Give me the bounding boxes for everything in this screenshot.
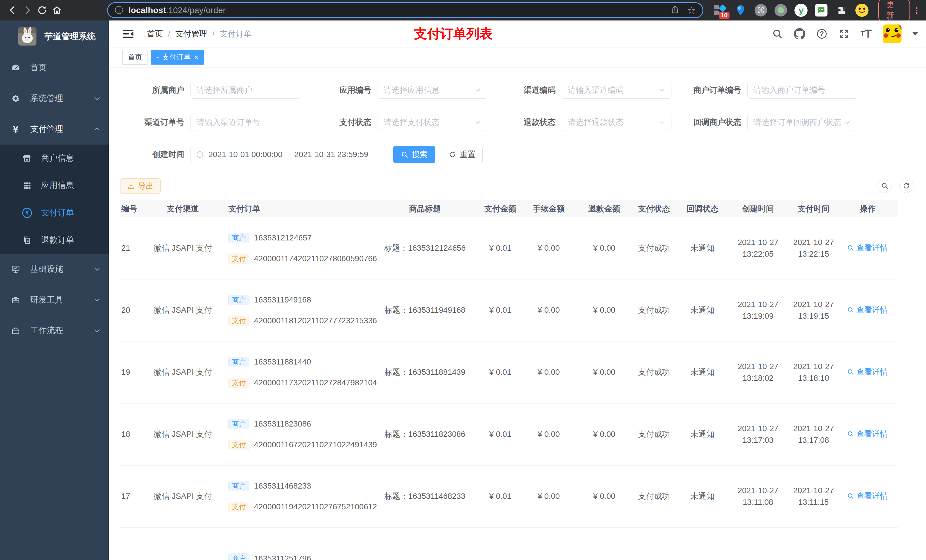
col-channel: 支付渠道 [149,203,217,215]
app-select[interactable]: 请选择应用信息 [378,82,487,99]
toolbox-icon [11,295,21,305]
briefcase-icon [11,326,21,335]
pay-order-no: 4200001173202110272847982104 [254,377,377,389]
create-time-range-picker[interactable]: 2021-10-01 00:00:00 - 2021-10-31 23:59:5… [191,146,387,163]
sidebar-item-pay-order[interactable]: ¥ 支付订单 [0,199,109,226]
bookmark-star-icon[interactable]: ☆ [687,5,696,16]
breadcrumb-payment[interactable]: 支付管理 [176,29,207,39]
toggle-search-button[interactable] [878,179,892,193]
sidebar-item-payment[interactable]: ¥ 支付管理 [0,114,109,145]
sidebar-item-home[interactable]: 首页 [0,52,109,83]
export-button[interactable]: 导出 [120,178,160,194]
pin-extension-icon[interactable] [734,4,747,17]
github-icon[interactable] [794,28,805,39]
view-detail-link[interactable]: 查看详情 [847,428,888,440]
sidebar-item-dev-tools[interactable]: 研发工具 [0,285,109,315]
chevron-down-icon [94,95,101,102]
refund-status-select[interactable]: 请选择退款状态 [562,114,672,131]
breadcrumb-separator: / [168,29,170,38]
sidebar-item-merchant-info[interactable]: 商户信息 [0,145,109,172]
search-icon[interactable] [772,28,783,39]
share-icon[interactable] [670,5,680,16]
callback-status-select[interactable]: 请选择订单回调商户状态 [747,114,857,131]
search-icon [847,430,854,437]
sidebar-item-label: 商户信息 [41,152,74,164]
y-logo-extension-icon[interactable]: y [794,4,808,17]
view-detail-link[interactable]: 查看详情 [847,490,888,502]
pay-chip: 支付 [228,315,250,326]
browser-reload-icon[interactable] [35,3,50,18]
address-bar[interactable]: ⓘ localhost:1024/pay/order ☆ [107,2,703,18]
refund-amount: ¥ 0.00 [576,305,633,316]
date-end: 2021-10-31 23:59:59 [294,150,368,159]
sidebar-item-refund-order[interactable]: 退款订单 [0,226,109,254]
search-button[interactable]: 搜索 [393,146,436,163]
sidebar-item-app-info[interactable]: 应用信息 [0,172,109,199]
collapse-sidebar-icon[interactable] [123,28,134,39]
breadcrumb-home[interactable]: 首页 [147,29,163,39]
top-navbar: 首页 / 支付管理 / 支付订单 支付订单列表 ? TT [109,21,926,47]
refresh-icon [449,151,456,158]
filter-form: 所属商户 应用编号 请选择应用信息 渠道编码 请输入渠道编码 [109,68,926,163]
help-icon[interactable]: ? [816,28,828,39]
browser-menu-icon[interactable]: ⋮ [912,5,921,15]
view-detail-link[interactable]: 查看详情 [847,304,888,316]
browser-home-icon[interactable] [50,3,64,18]
reset-button[interactable]: 重置 [442,146,483,163]
sidebar-item-system[interactable]: 系统管理 [0,83,109,114]
sidebar-item-workflow[interactable]: 工作流程 [0,315,109,346]
caret-down-icon[interactable] [912,32,918,36]
sidebar-item-label: 系统管理 [30,93,94,104]
channel-code-select[interactable]: 请输入渠道编码 [562,82,672,99]
browser-back-icon[interactable] [5,3,20,18]
puzzle-extensions-icon[interactable] [835,4,848,17]
tag-pay-order[interactable]: ● 支付订单 × [151,50,204,65]
search-icon [881,182,888,190]
site-info-icon[interactable]: ⓘ [115,5,123,16]
yen-icon: ¥ [11,124,21,134]
field-label: 所属商户 [120,85,191,96]
merchant-select-input[interactable] [191,82,300,99]
pay-amount: ¥ 0.01 [479,429,522,440]
app-logo[interactable]: 芋道管理系统 [0,21,109,52]
font-size-icon[interactable]: TT [861,28,872,39]
callback-status: 未通知 [675,367,729,378]
col-refund: 退款金额 [576,203,633,215]
channel-order-no-input[interactable] [191,114,300,131]
fee-amount: ¥ 0.00 [522,429,576,440]
chat-extension-icon[interactable] [815,4,828,17]
product-title: 标题：1635311823086 [371,429,479,440]
refresh-table-button[interactable] [899,179,914,193]
tag-home[interactable]: 首页 [123,50,147,65]
table-row: 20 微信 JSAPI 支付 商户 1635311949168 支付 42000… [120,279,897,341]
product-title: 标题：1635312124656 [371,242,479,254]
sidebar-item-label: 退款订单 [41,234,74,246]
emoji-extension-icon[interactable] [855,4,869,17]
callback-status: 未通知 [675,429,729,440]
user-avatar[interactable] [883,24,902,43]
command-extension-icon[interactable]: ⌘ [755,4,767,17]
merchant-order-no-input[interactable] [747,82,857,99]
gear-icon [11,94,21,103]
pay-status-select[interactable]: 请选择支付状态 [378,114,487,131]
order-numbers: 商户 1635311881440 支付 42000011732021102728… [217,356,371,388]
callback-status: 未通知 [675,491,729,502]
fullscreen-icon[interactable] [838,28,850,39]
sketch-extension-icon[interactable]: 10 [714,4,727,17]
order-id: 18 [120,429,149,440]
recorder-extension-icon[interactable] [775,4,787,17]
col-notify: 回调状态 [675,203,729,215]
view-detail-link[interactable]: 查看详情 [847,242,888,254]
browser-forward-icon[interactable] [20,3,35,18]
close-icon[interactable]: × [194,53,198,61]
field-label: 退款状态 [487,117,562,128]
table-row: 19 微信 JSAPI 支付 商户 1635311881440 支付 42000… [120,341,897,403]
sidebar-item-label: 工作流程 [30,325,94,337]
monitor-chart-icon [11,264,21,274]
view-detail-link[interactable]: 查看详情 [847,366,888,378]
chevron-down-icon [659,119,666,126]
chevron-down-icon [94,266,101,273]
refresh-icon [903,182,910,190]
create-time: 2021-10-2713:18:02 [729,361,787,384]
sidebar-item-infrastructure[interactable]: 基础设施 [0,254,109,285]
